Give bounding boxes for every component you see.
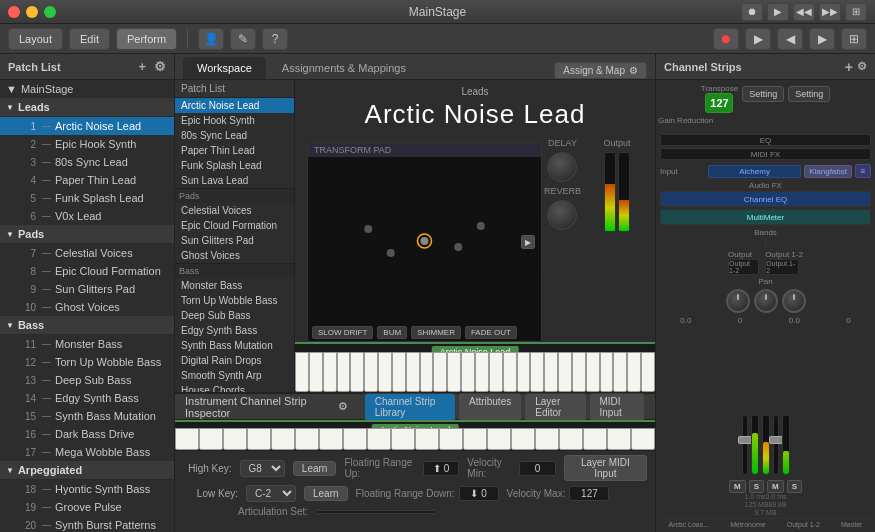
inspector-key-2[interactable]	[199, 428, 223, 450]
white-key-4[interactable]	[337, 352, 351, 392]
btn-bum[interactable]: BUM	[377, 326, 407, 339]
patch-list-add-button[interactable]: +	[138, 59, 146, 74]
high-key-select[interactable]: G8	[240, 460, 285, 477]
ws-patch-ghost2[interactable]: Ghost Voices	[175, 248, 294, 263]
transform-pad[interactable]: TRANSFORM PAD	[307, 142, 542, 342]
patch-item-groove[interactable]: 19 — Groove Pulse	[0, 498, 174, 516]
tab-assignments[interactable]: Assignments & Mappings	[268, 57, 420, 79]
help-icon[interactable]: ?	[262, 28, 288, 50]
layer-midi-input-button[interactable]: Layer MIDI Input	[564, 455, 647, 481]
ws-patch-torn2[interactable]: Torn Up Wobble Bass	[175, 293, 294, 308]
white-key-23[interactable]	[600, 352, 614, 392]
ws-patch-monster2[interactable]: Monster Bass	[175, 278, 294, 293]
white-key-14[interactable]	[475, 352, 489, 392]
ws-patch-smooth-arp2[interactable]: Smooth Synth Arp	[175, 368, 294, 383]
patch-list-gear-button[interactable]: ⚙	[154, 59, 166, 74]
ws-patch-funk[interactable]: Funk Splash Lead	[175, 158, 294, 173]
cs-solo-button[interactable]: S	[749, 480, 764, 493]
ws-patch-digital-rain2[interactable]: Digital Rain Drops	[175, 353, 294, 368]
white-key-11[interactable]	[433, 352, 447, 392]
tab-midi-input[interactable]: MIDI Input	[589, 393, 645, 421]
inspector-key-3[interactable]	[223, 428, 247, 450]
btn-slow-drift[interactable]: SLOW DRIFT	[312, 326, 373, 339]
patch-item-torn[interactable]: 12 — Torn Up Wobble Bass	[0, 353, 174, 371]
tab-attributes[interactable]: Attributes	[458, 393, 522, 421]
minimize-button[interactable]	[26, 6, 38, 18]
patch-item-edgy[interactable]: 14 — Edgy Synth Bass	[0, 389, 174, 407]
btn-shimmer[interactable]: SHIMMER	[411, 326, 461, 339]
ws-patch-celestial[interactable]: Celestial Voices	[175, 203, 294, 218]
ws-patch-arctic[interactable]: Arctic Noise Lead	[175, 98, 294, 113]
layout-button[interactable]: Layout	[8, 28, 63, 50]
white-key-25[interactable]	[627, 352, 641, 392]
patch-item-arctic-noise-lead[interactable]: 1 — Arctic Noise Lead	[0, 117, 174, 135]
inspector-key-5[interactable]	[271, 428, 295, 450]
section-arpeggiated[interactable]: ▼ Arpeggiated	[0, 461, 174, 480]
grid-button[interactable]: ⊞	[845, 3, 867, 21]
cs-pan-knob-3[interactable]	[782, 289, 806, 313]
transport-forward[interactable]: ▶	[809, 28, 835, 50]
white-key-5[interactable]	[350, 352, 364, 392]
white-key-9[interactable]	[406, 352, 420, 392]
btn-fade-out[interactable]: FADE OUT	[465, 326, 517, 339]
white-key-20[interactable]	[558, 352, 572, 392]
white-key-8[interactable]	[392, 352, 406, 392]
white-key-21[interactable]	[572, 352, 586, 392]
cs-input-klangfabst[interactable]: Klangfabst	[804, 165, 852, 178]
white-key-6[interactable]	[364, 352, 378, 392]
section-leads[interactable]: ▼ Leads	[0, 98, 174, 117]
white-key-13[interactable]	[461, 352, 475, 392]
section-bass[interactable]: ▼ Bass	[0, 316, 174, 335]
patch-item-epic-hook[interactable]: 2 — Epic Hook Synth	[0, 135, 174, 153]
person-icon[interactable]: 👤	[198, 28, 224, 50]
white-key-2[interactable]	[309, 352, 323, 392]
maximize-button[interactable]	[44, 6, 56, 18]
transport-record[interactable]: ⏺	[713, 28, 739, 50]
patch-item-dark-bass[interactable]: 16 — Dark Bass Drive	[0, 425, 174, 443]
cs-pan-knob-1[interactable]	[726, 289, 750, 313]
patch-item-monster[interactable]: 11 — Monster Bass	[0, 335, 174, 353]
record-button[interactable]: ⏺	[741, 3, 763, 21]
tab-channel-strip-library[interactable]: Channel Strip Library	[364, 393, 456, 421]
high-key-learn-button[interactable]: Learn	[293, 461, 337, 476]
inspector-key-19[interactable]	[607, 428, 631, 450]
ws-patch-synth-mut2[interactable]: Synth Bass Mutation	[175, 338, 294, 353]
patch-item-paper[interactable]: 4 — Paper Thin Lead	[0, 171, 174, 189]
cs-fader-track-1[interactable]	[742, 415, 748, 475]
close-button[interactable]	[8, 6, 20, 18]
cs-pan-knob-2[interactable]	[754, 289, 778, 313]
inspector-key-20[interactable]	[631, 428, 655, 450]
cs-gear-button[interactable]: ⚙	[857, 60, 867, 73]
white-key-7[interactable]	[378, 352, 392, 392]
tab-workspace[interactable]: Workspace	[183, 57, 266, 79]
section-pads[interactable]: ▼ Pads	[0, 225, 174, 244]
patch-item-ghost[interactable]: 10 — Ghost Voices	[0, 298, 174, 316]
cs-mute-button[interactable]: M	[729, 480, 746, 493]
assign-map-button[interactable]: Assign & Map ⚙	[554, 62, 647, 79]
transform-pad-nav-arrow[interactable]: ▶	[521, 235, 535, 249]
white-key-24[interactable]	[613, 352, 627, 392]
cs-setting2-btn[interactable]: Setting	[788, 86, 830, 102]
patch-item-epic-cloud[interactable]: 8 — Epic Cloud Formation	[0, 262, 174, 280]
white-key-19[interactable]	[544, 352, 558, 392]
white-key-1[interactable]	[295, 352, 309, 392]
delay-knob[interactable]	[547, 152, 577, 182]
ws-patch-deep2[interactable]: Deep Sub Bass	[175, 308, 294, 323]
inspector-key-16[interactable]	[535, 428, 559, 450]
inspector-key-8[interactable]	[343, 428, 367, 450]
ws-patch-edgy2[interactable]: Edgy Synth Bass	[175, 323, 294, 338]
inspector-key-15[interactable]	[511, 428, 535, 450]
cs-channel-eq[interactable]: Channel EQ	[660, 191, 871, 207]
patch-item-synth-burst[interactable]: 20 — Synth Burst Patterns	[0, 516, 174, 532]
play-button[interactable]: ▶	[767, 3, 789, 21]
ws-patch-epic-hook[interactable]: Epic Hook Synth	[175, 113, 294, 128]
transport-play[interactable]: ▶	[745, 28, 771, 50]
rewind-button[interactable]: ◀◀	[793, 3, 815, 21]
ws-patch-sun-lava[interactable]: Sun Lava Lead	[175, 173, 294, 188]
inspector-key-14[interactable]	[487, 428, 511, 450]
cs-fader-track-2[interactable]	[773, 415, 779, 475]
edit-button[interactable]: Edit	[69, 28, 110, 50]
transport-grid[interactable]: ⊞	[841, 28, 867, 50]
inspector-key-4[interactable]	[247, 428, 271, 450]
inspector-key-17[interactable]	[559, 428, 583, 450]
